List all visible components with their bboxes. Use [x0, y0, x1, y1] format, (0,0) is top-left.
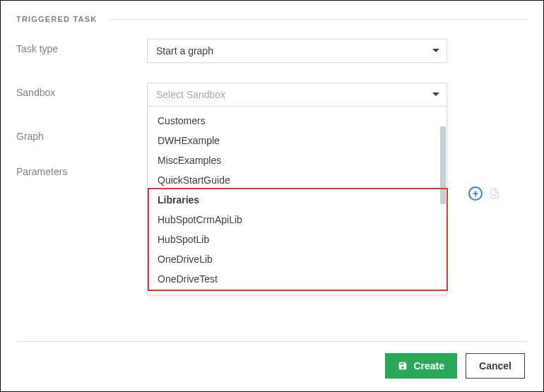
footer-divider — [16, 341, 528, 342]
label-graph: Graph — [16, 126, 147, 142]
cancel-button-label: Cancel — [479, 360, 512, 372]
sandbox-placeholder: Select Sandbox — [156, 89, 225, 100]
chevron-down-icon — [432, 49, 439, 52]
create-button[interactable]: Create — [385, 353, 457, 379]
field-sandbox: Select Sandbox CustomersDWHExampleMiscEx… — [147, 83, 447, 107]
add-parameter-button[interactable]: + — [468, 186, 483, 201]
section-header: TRIGGERED TASK — [16, 15, 528, 23]
dialog-footer: Create Cancel — [16, 353, 528, 379]
label-sandbox: Sandbox — [16, 83, 147, 98]
label-parameters: Parameters — [16, 162, 147, 177]
sandbox-option[interactable]: OneDriveTest — [148, 269, 447, 289]
sandbox-option[interactable]: HubSpotLib — [148, 230, 447, 249]
import-parameter-icon[interactable] — [488, 187, 501, 200]
field-task-type: Start a graph — [147, 39, 447, 63]
plus-icon: + — [473, 189, 478, 198]
row-sandbox: Sandbox Select Sandbox CustomersDWHExamp… — [16, 83, 528, 107]
chevron-down-icon — [432, 93, 439, 96]
sandbox-option[interactable]: HubSpotCrmApiLib — [148, 210, 447, 230]
cancel-button[interactable]: Cancel — [466, 353, 525, 379]
sandbox-option[interactable]: DWHExample — [148, 131, 447, 150]
create-button-label: Create — [413, 360, 444, 372]
dropdown-scrollbar[interactable] — [440, 126, 446, 204]
section-title: TRIGGERED TASK — [16, 15, 97, 23]
sandbox-dropdown: CustomersDWHExampleMiscExamplesQuickStar… — [147, 107, 447, 295]
divider — [110, 19, 528, 20]
save-icon — [398, 361, 408, 371]
sandbox-group-libraries: Libraries — [148, 190, 447, 210]
row-task-type: Task type Start a graph — [16, 39, 528, 63]
sandbox-option[interactable]: OneDriveLib — [148, 249, 447, 269]
form: Task type Start a graph Sandbox Select S… — [16, 39, 528, 341]
parameters-side-icons: + — [468, 183, 511, 204]
label-task-type: Task type — [16, 39, 147, 54]
triggered-task-dialog: TRIGGERED TASK Task type Start a graph S… — [0, 0, 544, 392]
sandbox-select[interactable]: Select Sandbox — [147, 83, 447, 107]
sandbox-option[interactable]: MiscExamples — [148, 150, 447, 170]
task-type-value: Start a graph — [156, 45, 213, 57]
task-type-select[interactable]: Start a graph — [147, 39, 447, 63]
sandbox-option[interactable]: Customers — [148, 111, 447, 131]
sandbox-option[interactable]: QuickStartGuide — [148, 170, 447, 190]
